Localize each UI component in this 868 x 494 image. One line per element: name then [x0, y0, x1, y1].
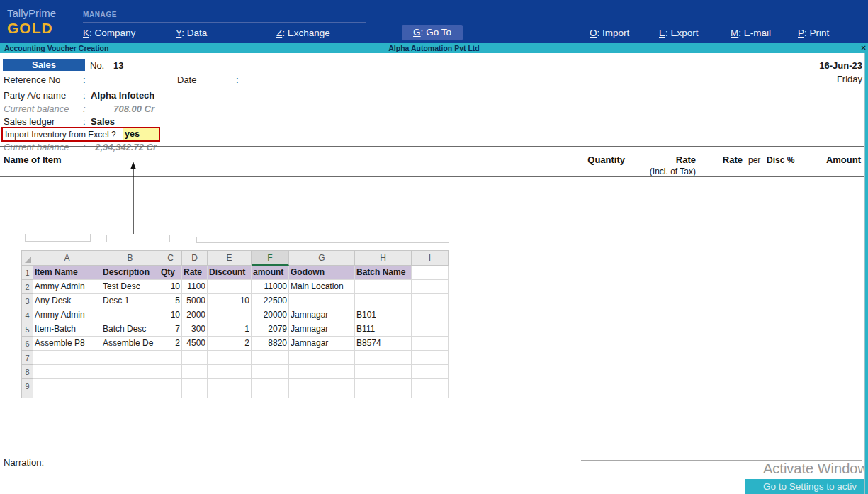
excel-cell[interactable] [412, 294, 449, 308]
excel-cell[interactable]: 10 [159, 280, 182, 294]
excel-cell[interactable] [208, 351, 252, 365]
excel-cell[interactable]: Ammy Admin [33, 308, 101, 322]
excel-cell[interactable] [101, 351, 159, 365]
excel-cell[interactable]: 1100 [182, 280, 208, 294]
excel-cell[interactable]: 10 [208, 294, 252, 308]
excel-cell[interactable] [289, 365, 355, 379]
voucher-no-value[interactable]: 13 [113, 60, 123, 71]
excel-column-header-H[interactable]: H [355, 250, 412, 266]
excel-cell[interactable]: Rate [182, 266, 208, 280]
excel-cell[interactable] [252, 365, 289, 379]
excel-cell[interactable] [159, 393, 182, 398]
excel-cell[interactable]: Assemble De [101, 337, 159, 351]
excel-cell[interactable]: Discount [208, 266, 252, 280]
excel-cell[interactable] [208, 393, 252, 398]
excel-cell[interactable] [412, 393, 449, 398]
excel-cell[interactable] [33, 351, 101, 365]
excel-cell[interactable]: Batch Desc [101, 322, 159, 337]
excel-cell[interactable] [101, 308, 159, 322]
excel-cell[interactable]: Test Desc [101, 280, 159, 294]
excel-row-header-9[interactable]: 9 [21, 379, 33, 393]
excel-cell[interactable]: Item Name [33, 266, 101, 280]
excel-cell[interactable]: Jamnagar [289, 337, 355, 351]
excel-cell[interactable] [289, 393, 355, 398]
excel-cell[interactable] [289, 351, 355, 365]
excel-cell[interactable] [101, 365, 159, 379]
excel-cell[interactable] [355, 379, 412, 393]
excel-cell[interactable] [159, 351, 182, 365]
excel-cell[interactable]: 2000 [182, 308, 208, 322]
excel-row-header-5[interactable]: 5 [21, 322, 33, 337]
excel-cell[interactable] [412, 322, 449, 337]
excel-cell[interactable] [101, 379, 159, 393]
excel-cell[interactable]: Qty [159, 266, 182, 280]
excel-cell[interactable] [355, 393, 412, 398]
excel-column-header-I[interactable]: I [412, 250, 449, 266]
excel-cell[interactable]: Jamnagar [289, 308, 355, 322]
excel-cell[interactable]: 5 [159, 294, 182, 308]
excel-select-all-corner[interactable] [21, 250, 33, 266]
excel-row-header-7[interactable]: 7 [21, 351, 33, 365]
excel-column-header-F[interactable]: F [252, 250, 289, 266]
menu-exchange[interactable]: Z: Exchange [276, 28, 330, 38]
excel-cell[interactable] [355, 351, 412, 365]
excel-cell[interactable]: 2 [159, 337, 182, 351]
excel-row-header-2[interactable]: 2 [21, 280, 33, 294]
excel-cell[interactable] [412, 280, 449, 294]
excel-cell[interactable] [33, 393, 101, 398]
import-answer-field[interactable]: yes [123, 128, 159, 140]
excel-cell[interactable]: Main Location [289, 280, 355, 294]
excel-cell[interactable]: 2079 [252, 322, 289, 337]
excel-cell[interactable]: 8820 [252, 337, 289, 351]
goto-button[interactable]: G: Go To [402, 25, 463, 40]
excel-row-header-4[interactable]: 4 [21, 308, 33, 322]
excel-cell[interactable]: B8574 [355, 337, 412, 351]
excel-cell[interactable] [208, 308, 252, 322]
excel-column-header-D[interactable]: D [182, 250, 208, 266]
excel-cell[interactable] [252, 351, 289, 365]
excel-cell[interactable]: Description [101, 266, 159, 280]
excel-cell[interactable]: 10 [159, 308, 182, 322]
excel-cell[interactable] [159, 365, 182, 379]
excel-row-header-1[interactable]: 1 [21, 266, 33, 280]
excel-cell[interactable] [33, 379, 101, 393]
excel-cell[interactable] [412, 351, 449, 365]
excel-cell[interactable]: 1 [208, 322, 252, 337]
menu-company[interactable]: K: Company [83, 28, 135, 38]
party-value[interactable]: Alpha Infotech [91, 90, 154, 101]
excel-cell[interactable] [182, 365, 208, 379]
menu-export[interactable]: E: Export [659, 28, 699, 38]
excel-cell[interactable] [101, 393, 159, 398]
excel-row-header-8[interactable]: 8 [21, 365, 33, 379]
menu-import[interactable]: O: Import [590, 28, 629, 38]
excel-cell[interactable]: 20000 [252, 308, 289, 322]
excel-cell[interactable] [208, 280, 252, 294]
excel-cell[interactable] [412, 379, 449, 393]
menu-print[interactable]: P: Print [798, 28, 829, 38]
excel-cell[interactable] [355, 280, 412, 294]
vertical-scrollbar[interactable] [864, 53, 868, 494]
excel-cell[interactable] [208, 365, 252, 379]
excel-row-header-3[interactable]: 3 [21, 294, 33, 308]
excel-cell[interactable] [289, 294, 355, 308]
excel-column-header-A[interactable]: A [33, 250, 101, 266]
menu-email[interactable]: M: E-mail [731, 28, 771, 38]
excel-column-header-E[interactable]: E [208, 250, 252, 266]
close-icon[interactable]: ✕ [861, 44, 867, 52]
excel-cell[interactable]: 22500 [252, 294, 289, 308]
excel-cell[interactable] [252, 379, 289, 393]
excel-column-header-C[interactable]: C [159, 250, 182, 266]
excel-cell[interactable]: 5000 [182, 294, 208, 308]
excel-cell[interactable] [182, 351, 208, 365]
excel-cell[interactable] [355, 294, 412, 308]
excel-cell[interactable]: Any Desk [33, 294, 101, 308]
excel-cell[interactable] [159, 379, 182, 393]
excel-cell[interactable]: B101 [355, 308, 412, 322]
excel-cell[interactable] [289, 379, 355, 393]
excel-cell[interactable] [412, 266, 449, 280]
excel-cell[interactable] [412, 365, 449, 379]
excel-cell[interactable] [182, 379, 208, 393]
excel-cell[interactable]: 300 [182, 322, 208, 337]
excel-cell[interactable]: Batch Name [355, 266, 412, 280]
menu-data[interactable]: Y: Data [176, 28, 207, 38]
